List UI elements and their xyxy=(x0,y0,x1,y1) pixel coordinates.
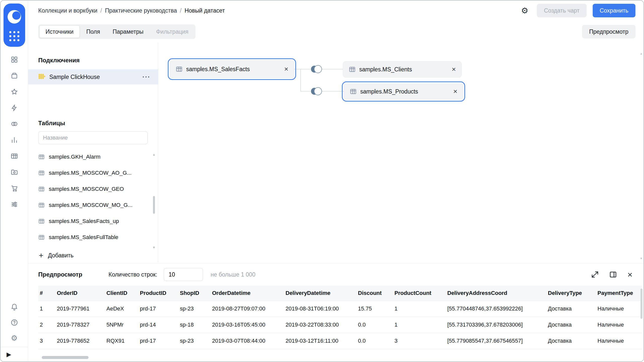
nav-rail: ⚙ ▶ xyxy=(1,1,28,361)
table-cell: prd-14 xyxy=(138,317,178,333)
table-cell: Наличные xyxy=(596,301,642,317)
table-cell: AeDeX xyxy=(105,301,138,317)
breadcrumb-current: Новый датасет xyxy=(185,7,225,14)
expand-preview-icon[interactable] xyxy=(591,271,599,278)
column-header: PaymentType xyxy=(596,286,642,301)
connection-menu-icon[interactable]: ··· xyxy=(142,73,150,81)
tab-parameters[interactable]: Параметры xyxy=(107,25,150,38)
dashboards-icon[interactable] xyxy=(10,55,19,64)
plus-icon: + xyxy=(39,251,44,259)
table-list-item[interactable]: samples.GKH_Alarm xyxy=(28,149,158,165)
table-list-item[interactable]: samples.MS_SalesFacts_up xyxy=(28,213,158,229)
help-icon[interactable] xyxy=(10,318,19,327)
node-label: samples.MS_SalesFacts xyxy=(186,66,250,73)
datalens-logo-icon[interactable] xyxy=(7,9,22,26)
scroll-down-icon[interactable]: ▼ xyxy=(152,246,156,249)
breadcrumb-collections[interactable]: Коллекции и воркбуки xyxy=(38,7,97,14)
remove-node-icon[interactable]: × xyxy=(280,66,288,73)
remove-node-icon[interactable]: × xyxy=(449,88,457,95)
table-icon xyxy=(38,170,45,176)
marketplace-icon[interactable] xyxy=(10,184,19,193)
table-name: samples.GKH_Alarm xyxy=(49,154,100,160)
row-count-hint: не больше 1 000 xyxy=(211,271,255,278)
join-canvas[interactable]: samples.MS_SalesFacts × samples.MS_Clien… xyxy=(158,43,643,263)
favorites-icon[interactable] xyxy=(10,87,19,96)
table-cell: 2019-08-31T06:19:00 xyxy=(284,301,356,317)
close-preview-icon[interactable]: × xyxy=(627,270,632,279)
table-cell: 1 xyxy=(393,301,446,317)
tab-fields[interactable]: Поля xyxy=(80,25,106,38)
create-chart-button[interactable]: Создать чарт xyxy=(537,4,586,17)
breadcrumb-separator: / xyxy=(180,7,181,14)
panel-layout-icon[interactable] xyxy=(609,271,617,278)
collections-icon[interactable] xyxy=(10,71,19,80)
services-icon[interactable] xyxy=(10,120,19,128)
table-list-item[interactable]: samples.MS_MOSCOW_GEO xyxy=(28,181,158,197)
table-icon xyxy=(38,234,45,241)
table-name: samples.MS_SalesFullTable xyxy=(49,234,118,241)
scrollbar-thumb[interactable] xyxy=(153,196,155,214)
table-cell: 0.0 xyxy=(356,317,393,333)
table-cell: Доставка xyxy=(546,333,596,349)
tab-sources[interactable]: Источники xyxy=(39,25,80,38)
table-list-item[interactable]: samples.MS_MOSCOW_AO_G... xyxy=(28,165,158,181)
column-header: ProductCount xyxy=(393,286,446,301)
save-button[interactable]: Сохранить xyxy=(593,4,635,17)
table-name: samples.MS_MOSCOW_GEO xyxy=(49,186,124,192)
preview-panel: Предпросмотр Количество строк: не больше… xyxy=(28,263,643,361)
horizontal-scrollbar-thumb[interactable] xyxy=(42,356,89,359)
table-list-item[interactable]: samples.MS_MOSCOW_MO_G... xyxy=(28,197,158,213)
source-node-salesfacts[interactable]: samples.MS_SalesFacts × xyxy=(170,60,294,78)
table-cell: 2019-08-27T09:07:00 xyxy=(211,301,284,317)
play-icon[interactable]: ▶ xyxy=(7,351,11,358)
tables-list-scrollbar[interactable]: ▲ ▼ xyxy=(152,153,156,249)
table-name: samples.MS_MOSCOW_MO_G... xyxy=(49,202,133,208)
join-type-icon-products[interactable] xyxy=(309,86,323,97)
settings-icon[interactable]: ⚙ xyxy=(10,334,19,342)
connection-item-sample-clickhouse[interactable]: Sample ClickHouse ··· xyxy=(28,69,158,84)
preview-title: Предпросмотр xyxy=(38,271,82,278)
column-header: DeliveryAddressCoord xyxy=(446,286,546,301)
table-cell: 0.0 xyxy=(356,333,393,349)
column-header: DeliveryDatetime xyxy=(284,286,356,301)
breadcrumb-guides[interactable]: Практические руководства xyxy=(105,7,177,14)
row-count-input[interactable] xyxy=(164,268,203,281)
dataset-settings-gear-icon[interactable]: ⚙ xyxy=(521,7,529,15)
row-count-label: Количество строк: xyxy=(108,271,157,278)
files-icon[interactable] xyxy=(10,168,19,176)
scroll-up-icon[interactable]: ▲ xyxy=(639,52,643,55)
canvas-scrollbar[interactable]: ▲ ▼ xyxy=(639,52,643,260)
table-cell: Доставка xyxy=(546,317,596,333)
column-header: OrderID xyxy=(55,286,105,301)
notifications-icon[interactable] xyxy=(10,303,19,311)
table-cell: 3 xyxy=(393,333,446,349)
dataset-tabs: Источники Поля Параметры Фильтрация xyxy=(38,24,195,39)
settings-sliders-icon[interactable] xyxy=(10,200,19,209)
column-header: ClientID xyxy=(105,286,138,301)
table-cell: sp-23 xyxy=(178,301,211,317)
breadcrumb-separator: / xyxy=(100,7,102,14)
table-icon xyxy=(38,202,45,208)
preview-vertical-scrollbar-thumb[interactable] xyxy=(640,289,642,319)
table-list-item[interactable]: samples.MS_SalesFullTable xyxy=(28,229,158,245)
preview-toggle-button[interactable]: Предпросмотр xyxy=(582,25,635,38)
connection-name: Sample ClickHouse xyxy=(49,74,100,80)
datasets-icon[interactable] xyxy=(10,152,19,160)
source-node-products[interactable]: samples.MS_Products × xyxy=(344,83,463,100)
charts-icon[interactable] xyxy=(10,136,19,144)
scroll-up-icon[interactable]: ▲ xyxy=(152,153,156,156)
table-icon xyxy=(38,218,45,224)
connections-icon[interactable] xyxy=(10,104,19,112)
sources-sidebar: Подключения Sample ClickHouse ··· Таблиц… xyxy=(28,43,158,262)
join-type-icon-clients[interactable] xyxy=(309,64,323,75)
table-search-input[interactable] xyxy=(38,131,148,144)
apps-grid-icon[interactable] xyxy=(9,31,19,41)
add-table-button[interactable]: + Добавить xyxy=(28,251,158,259)
source-node-clients[interactable]: samples.MS_Clients × xyxy=(343,61,462,77)
scroll-down-icon[interactable]: ▼ xyxy=(639,257,643,260)
remove-node-icon[interactable]: × xyxy=(447,66,456,73)
table-cell: prd-17 xyxy=(138,301,178,317)
table-cell: 2 xyxy=(38,317,55,333)
table-name: samples.MS_SalesFacts_up xyxy=(49,218,119,224)
table-cell: [55.731703396,37.678203006] xyxy=(446,317,546,333)
